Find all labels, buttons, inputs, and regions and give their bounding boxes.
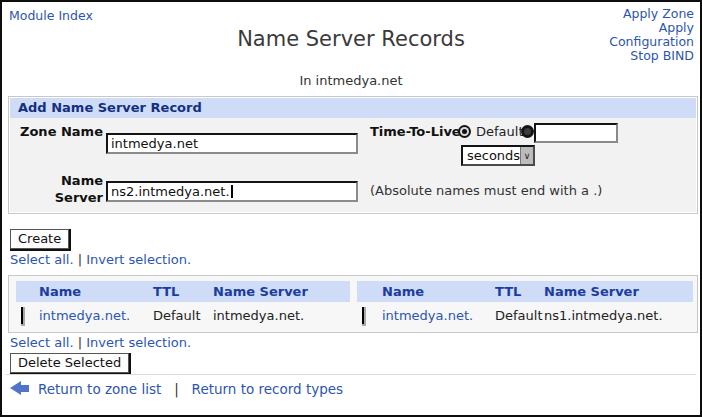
col-name: Name bbox=[382, 284, 495, 299]
delete-selected-button[interactable]: Delete Selected bbox=[10, 353, 129, 373]
name-server-input[interactable]: ns2.intmedya.net. bbox=[106, 181, 358, 202]
return-to-zone-list-link[interactable]: Return to zone list bbox=[38, 381, 161, 397]
ttl-custom-radio[interactable] bbox=[521, 125, 534, 138]
record-ttl: Default bbox=[495, 308, 544, 323]
ttl-label: Time-To-Live bbox=[370, 124, 461, 139]
records-tables: Name TTL Name Server intmedya.net. Defau… bbox=[8, 275, 698, 333]
ttl-default-radio[interactable] bbox=[458, 125, 471, 138]
stop-bind-link[interactable]: Stop BIND bbox=[588, 49, 694, 63]
invert-selection-link[interactable]: Invert selection. bbox=[86, 335, 191, 350]
separator-pipe: | bbox=[174, 381, 179, 397]
table-header-row: Name TTL Name Server bbox=[357, 281, 693, 302]
col-ttl: TTL bbox=[153, 284, 213, 299]
col-ttl: TTL bbox=[495, 284, 544, 299]
separator bbox=[183, 381, 187, 397]
separator bbox=[166, 381, 170, 397]
divider bbox=[6, 374, 696, 375]
add-record-form: Add Name Server Record Zone Name Time-To… bbox=[8, 96, 698, 214]
text-cursor bbox=[231, 185, 233, 198]
record-server: intmedya.net. bbox=[213, 308, 350, 323]
page-subtitle: In intmedya.net bbox=[2, 73, 700, 88]
separator: | bbox=[78, 335, 82, 350]
arrow-left-icon bbox=[10, 381, 31, 396]
separator: | bbox=[78, 252, 82, 267]
records-table-right: Name TTL Name Server intmedya.net. Defau… bbox=[357, 281, 693, 329]
record-name-link[interactable]: intmedya.net. bbox=[39, 308, 153, 323]
ttl-unit-value: seconds bbox=[467, 148, 520, 163]
module-index-link[interactable]: Module Index bbox=[9, 8, 93, 23]
table-header-row: Name TTL Name Server bbox=[16, 281, 350, 302]
chevron-down-icon[interactable]: ∨ bbox=[520, 147, 533, 164]
record-ttl: Default bbox=[153, 308, 213, 323]
col-name-server: Name Server bbox=[213, 284, 350, 299]
selection-links-bottom: Select all. | Invert selection. bbox=[10, 335, 191, 350]
col-name-server: Name Server bbox=[544, 284, 693, 299]
zone-name-input[interactable] bbox=[106, 133, 358, 154]
table-row: intmedya.net. Default ns1.intmedya.net. bbox=[357, 302, 693, 329]
ttl-custom-input[interactable] bbox=[534, 123, 618, 143]
record-server: ns1.intmedya.net. bbox=[544, 308, 693, 323]
ttl-unit-select[interactable]: seconds ∨ bbox=[461, 145, 535, 166]
col-name: Name bbox=[39, 284, 153, 299]
create-button[interactable]: Create bbox=[10, 229, 69, 249]
table-row: intmedya.net. Default intmedya.net. bbox=[16, 302, 350, 329]
ttl-default-label: Default bbox=[476, 124, 524, 139]
select-all-link[interactable]: Select all. bbox=[10, 335, 74, 350]
selection-links-top: Select all. | Invert selection. bbox=[10, 252, 191, 267]
name-server-value: ns2.intmedya.net. bbox=[111, 184, 230, 199]
records-table-left: Name TTL Name Server intmedya.net. Defau… bbox=[16, 281, 350, 329]
zone-name-label: Zone Name bbox=[19, 124, 103, 139]
invert-selection-link[interactable]: Invert selection. bbox=[86, 252, 191, 267]
webmin-bind-page: Module Index Apply Zone Apply Configurat… bbox=[0, 0, 702, 417]
record-name-link[interactable]: intmedya.net. bbox=[382, 308, 495, 323]
row-checkbox[interactable] bbox=[21, 307, 23, 324]
apply-zone-link[interactable]: Apply Zone bbox=[588, 7, 694, 21]
absolute-name-note: (Absolute names must end with a .) bbox=[370, 183, 602, 198]
return-to-record-types-link[interactable]: Return to record types bbox=[192, 381, 344, 397]
select-all-link[interactable]: Select all. bbox=[10, 252, 74, 267]
row-checkbox[interactable] bbox=[362, 307, 364, 324]
footer-links: Return to zone list | Return to record t… bbox=[38, 381, 343, 397]
name-server-label: Name Server bbox=[19, 172, 103, 206]
form-section-title: Add Name Server Record bbox=[10, 98, 696, 118]
page-title: Name Server Records bbox=[2, 27, 700, 51]
